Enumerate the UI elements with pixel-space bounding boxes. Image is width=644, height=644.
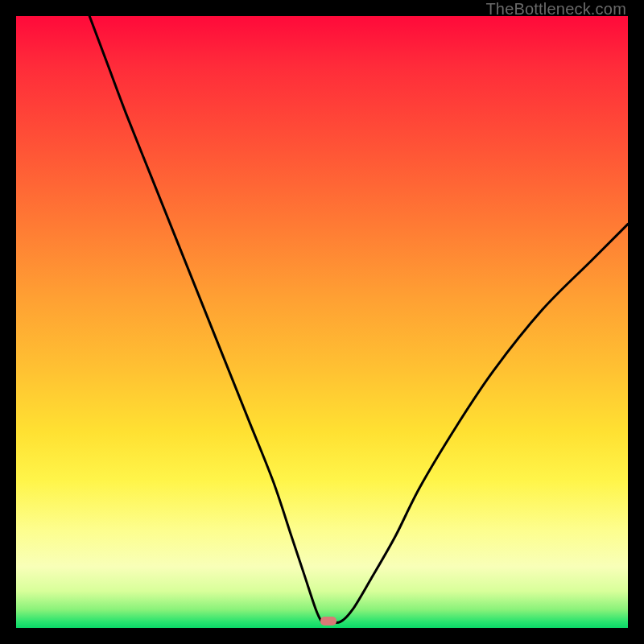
plot-area: [16, 16, 628, 628]
curve-path: [89, 16, 628, 623]
optimum-marker: [320, 617, 336, 625]
bottleneck-curve: [16, 16, 628, 628]
chart-frame: TheBottleneck.com: [0, 0, 644, 644]
